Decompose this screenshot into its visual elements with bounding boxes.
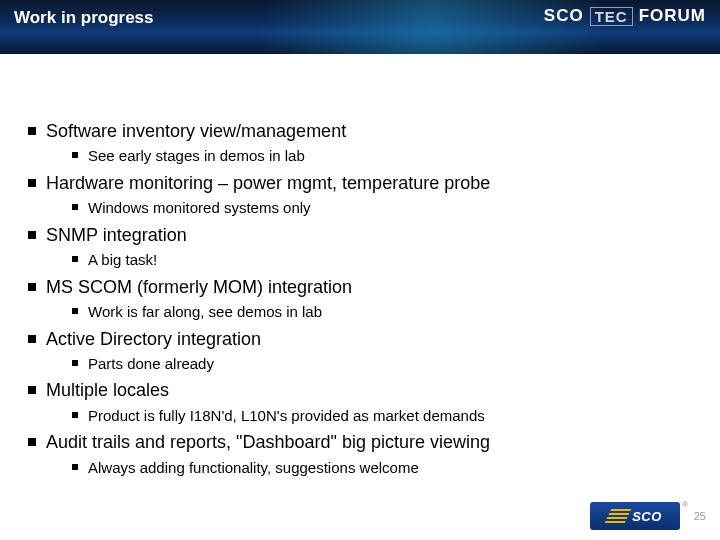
sub-list: Windows monitored systems only: [72, 198, 692, 218]
list-item: MS SCOM (formerly MOM) integrationWork i…: [28, 276, 692, 322]
square-bullet-icon: [72, 152, 78, 158]
brand-tec-text: TEC: [590, 7, 633, 26]
square-bullet-icon: [72, 464, 78, 470]
list-item: Software inventory view/managementSee ea…: [28, 120, 692, 166]
bullet-row: Work is far along, see demos in lab: [72, 302, 692, 322]
bullet-text: Audit trails and reports, "Dashboard" bi…: [46, 431, 490, 454]
list-item: Hardware monitoring – power mgmt, temper…: [28, 172, 692, 218]
bullet-row: Product is fully I18N'd, L10N's provided…: [72, 406, 692, 426]
square-bullet-icon: [72, 308, 78, 314]
bullet-row: Multiple locales: [28, 379, 692, 402]
bullet-text: Multiple locales: [46, 379, 169, 402]
sub-bullet-text: See early stages in demos in lab: [88, 146, 305, 166]
square-bullet-icon: [28, 127, 36, 135]
brand-forum-text: FORUM: [639, 6, 706, 26]
list-item: Audit trails and reports, "Dashboard" bi…: [28, 431, 692, 477]
page-number: 25: [690, 510, 706, 522]
bullet-row: Parts done already: [72, 354, 692, 374]
logo-stripes-icon: [605, 509, 632, 523]
bullet-row: See early stages in demos in lab: [72, 146, 692, 166]
square-bullet-icon: [28, 283, 36, 291]
sub-bullet-text: Product is fully I18N'd, L10N's provided…: [88, 406, 485, 426]
sco-logo: SCO ®: [590, 502, 680, 530]
square-bullet-icon: [28, 231, 36, 239]
bullet-text: Software inventory view/management: [46, 120, 346, 143]
list-item: A big task!: [72, 250, 692, 270]
bullet-row: MS SCOM (formerly MOM) integration: [28, 276, 692, 299]
logo-text: SCO: [632, 509, 662, 524]
bullet-text: MS SCOM (formerly MOM) integration: [46, 276, 352, 299]
sub-bullet-text: A big task!: [88, 250, 157, 270]
bullet-row: Windows monitored systems only: [72, 198, 692, 218]
slide: Work in progress SCO TEC FORUM Software …: [0, 0, 720, 540]
bullet-text: Hardware monitoring – power mgmt, temper…: [46, 172, 490, 195]
square-bullet-icon: [72, 256, 78, 262]
list-item: See early stages in demos in lab: [72, 146, 692, 166]
sub-bullet-text: Parts done already: [88, 354, 214, 374]
sub-list: Product is fully I18N'd, L10N's provided…: [72, 406, 692, 426]
list-item: SNMP integrationA big task!: [28, 224, 692, 270]
slide-title: Work in progress: [14, 8, 544, 28]
bullet-row: Hardware monitoring – power mgmt, temper…: [28, 172, 692, 195]
bullet-text: Active Directory integration: [46, 328, 261, 351]
list-item: Active Directory integrationParts done a…: [28, 328, 692, 374]
bullet-row: A big task!: [72, 250, 692, 270]
registered-mark-icon: ®: [682, 500, 688, 509]
bullet-row: Audit trails and reports, "Dashboard" bi…: [28, 431, 692, 454]
list-item: Product is fully I18N'd, L10N's provided…: [72, 406, 692, 426]
square-bullet-icon: [28, 386, 36, 394]
sub-list: Work is far along, see demos in lab: [72, 302, 692, 322]
sub-list: Parts done already: [72, 354, 692, 374]
square-bullet-icon: [28, 179, 36, 187]
sub-list: A big task!: [72, 250, 692, 270]
sub-list: Always adding functionality, suggestions…: [72, 458, 692, 478]
square-bullet-icon: [72, 412, 78, 418]
sub-bullet-text: Windows monitored systems only: [88, 198, 311, 218]
content-area: Software inventory view/managementSee ea…: [28, 120, 692, 483]
square-bullet-icon: [28, 335, 36, 343]
brand-sco-text: SCO: [544, 6, 584, 26]
square-bullet-icon: [72, 204, 78, 210]
footer: SCO ® 25: [590, 502, 706, 530]
square-bullet-icon: [28, 438, 36, 446]
bullet-row: Software inventory view/management: [28, 120, 692, 143]
bullet-row: SNMP integration: [28, 224, 692, 247]
list-item: Windows monitored systems only: [72, 198, 692, 218]
header-bar: Work in progress SCO TEC FORUM: [0, 0, 720, 54]
bullet-row: Always adding functionality, suggestions…: [72, 458, 692, 478]
list-item: Multiple localesProduct is fully I18N'd,…: [28, 379, 692, 425]
header-brand: SCO TEC FORUM: [544, 6, 706, 26]
list-item: Work is far along, see demos in lab: [72, 302, 692, 322]
list-item: Always adding functionality, suggestions…: [72, 458, 692, 478]
list-item: Parts done already: [72, 354, 692, 374]
sub-bullet-text: Work is far along, see demos in lab: [88, 302, 322, 322]
square-bullet-icon: [72, 360, 78, 366]
bullet-text: SNMP integration: [46, 224, 187, 247]
bullet-list: Software inventory view/managementSee ea…: [28, 120, 692, 477]
sub-list: See early stages in demos in lab: [72, 146, 692, 166]
sub-bullet-text: Always adding functionality, suggestions…: [88, 458, 419, 478]
bullet-row: Active Directory integration: [28, 328, 692, 351]
